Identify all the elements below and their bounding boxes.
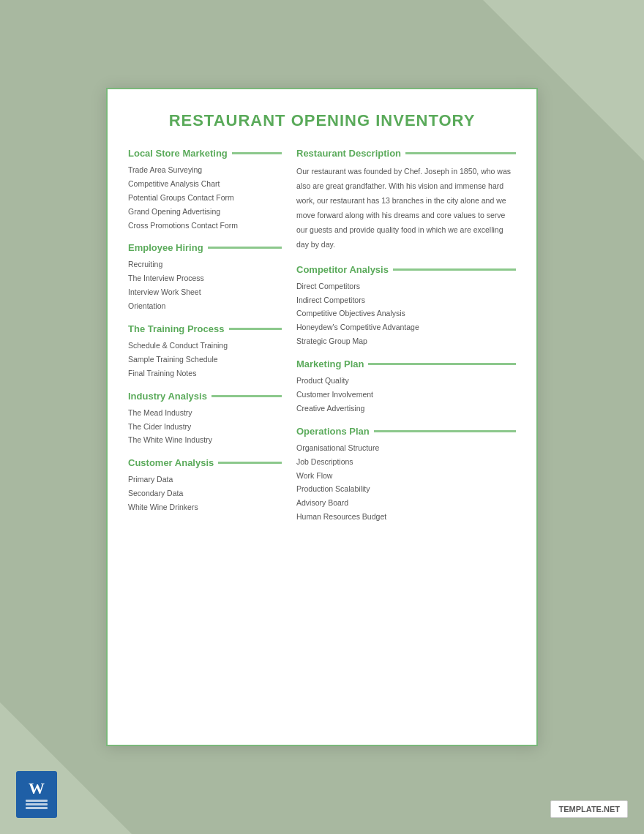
section-header-marketing-plan: Marketing Plan bbox=[296, 358, 516, 369]
section-line bbox=[211, 395, 282, 397]
list-item: Advisory Board bbox=[296, 496, 516, 510]
list-item: Job Descriptions bbox=[296, 455, 516, 469]
word-icon-line bbox=[26, 807, 48, 809]
section-line bbox=[232, 152, 282, 154]
section-header-industry-analysis: Industry Analysis bbox=[128, 391, 282, 402]
list-item: Work Flow bbox=[296, 469, 516, 483]
two-column-layout: Local Store Marketing Trade Area Surveyi… bbox=[128, 148, 516, 527]
list-item: Orientation bbox=[128, 299, 282, 313]
description-title: Restaurant Description bbox=[296, 148, 401, 159]
section-title-competitor-analysis: Competitor Analysis bbox=[296, 264, 389, 275]
list-item: Creative Advertising bbox=[296, 402, 516, 416]
description-header: Restaurant Description bbox=[296, 148, 516, 159]
section-header-customer-analysis: Customer Analysis bbox=[128, 457, 282, 468]
list-item: Potential Groups Contact Form bbox=[128, 191, 282, 205]
section-items-training-process: Schedule & Conduct Training Sample Train… bbox=[128, 339, 282, 380]
list-item: Strategic Group Map bbox=[296, 334, 516, 348]
list-item: The Mead Industry bbox=[128, 406, 282, 420]
section-title-industry-analysis: Industry Analysis bbox=[128, 391, 207, 402]
section-title-operations-plan: Operations Plan bbox=[296, 426, 370, 437]
page-title: RESTAURANT OPENING INVENTORY bbox=[128, 111, 516, 130]
list-item: The White Wine Industry bbox=[128, 433, 282, 447]
word-icon-letter: W bbox=[29, 781, 45, 797]
list-item: Primary Data bbox=[128, 473, 282, 487]
section-header-local-store-marketing: Local Store Marketing bbox=[128, 148, 282, 159]
list-item: Direct Competitors bbox=[296, 279, 516, 293]
list-item: Trade Area Surveying bbox=[128, 163, 282, 177]
description-text: Our restaurant was founded by Chef. Jose… bbox=[296, 165, 516, 252]
list-item: Human Resources Budget bbox=[296, 510, 516, 524]
left-column: Local Store Marketing Trade Area Surveyi… bbox=[128, 148, 282, 527]
list-item: Schedule & Conduct Training bbox=[128, 339, 282, 353]
list-item: Sample Training Schedule bbox=[128, 353, 282, 367]
word-icon-lines bbox=[26, 800, 48, 809]
list-item: Recruiting bbox=[128, 258, 282, 271]
section-title-employee-hiring: Employee Hiring bbox=[128, 242, 203, 253]
section-items-industry-analysis: The Mead Industry The Cider Industry The… bbox=[128, 406, 282, 448]
section-items-customer-analysis: Primary Data Secondary Data White Wine D… bbox=[128, 473, 282, 514]
description-section: Restaurant Description Our restaurant wa… bbox=[296, 148, 516, 252]
list-item: Honeydew's Competitive Advantage bbox=[296, 320, 516, 334]
section-items-local-store-marketing: Trade Area Surveying Competitive Analysi… bbox=[128, 163, 282, 232]
list-item: Production Scalability bbox=[296, 482, 516, 496]
word-icon-line bbox=[26, 800, 48, 802]
list-item: Organisational Structure bbox=[296, 441, 516, 455]
section-line bbox=[218, 462, 282, 464]
right-column: Restaurant Description Our restaurant wa… bbox=[296, 148, 516, 527]
description-line bbox=[405, 152, 516, 154]
document-page: RESTAURANT OPENING INVENTORY Local Store… bbox=[106, 88, 538, 746]
template-badge: TEMPLATE.NET bbox=[550, 800, 628, 818]
list-item: Competitive Objectives Analysis bbox=[296, 307, 516, 320]
list-item: White Wine Drinkers bbox=[128, 500, 282, 514]
section-line bbox=[374, 430, 516, 432]
list-item: Product Quality bbox=[296, 374, 516, 388]
section-title-training-process: The Training Process bbox=[128, 323, 225, 334]
section-line bbox=[208, 247, 282, 249]
section-items-employee-hiring: Recruiting The Interview Process Intervi… bbox=[128, 258, 282, 313]
list-item: Interview Work Sheet bbox=[128, 285, 282, 299]
section-header-operations-plan: Operations Plan bbox=[296, 426, 516, 437]
section-items-operations-plan: Organisational Structure Job Description… bbox=[296, 441, 516, 524]
word-icon-container: W bbox=[16, 771, 57, 818]
section-items-marketing-plan: Product Quality Customer Involvement Cre… bbox=[296, 374, 516, 416]
list-item: Competitive Analysis Chart bbox=[128, 177, 282, 191]
section-line bbox=[393, 268, 516, 271]
list-item: The Interview Process bbox=[128, 271, 282, 285]
list-item: Cross Promotions Contact Form bbox=[128, 219, 282, 233]
list-item: Grand Opening Advertising bbox=[128, 205, 282, 219]
section-title-local-store-marketing: Local Store Marketing bbox=[128, 148, 228, 159]
word-icon-line bbox=[26, 803, 48, 805]
section-header-competitor-analysis: Competitor Analysis bbox=[296, 264, 516, 275]
section-items-competitor-analysis: Direct Competitors Indirect Competitors … bbox=[296, 279, 516, 348]
section-title-customer-analysis: Customer Analysis bbox=[128, 457, 214, 468]
list-item: Customer Involvement bbox=[296, 388, 516, 402]
section-line bbox=[229, 328, 282, 330]
section-title-marketing-plan: Marketing Plan bbox=[296, 358, 364, 369]
section-header-training-process: The Training Process bbox=[128, 323, 282, 334]
list-item: The Cider Industry bbox=[128, 420, 282, 434]
section-header-employee-hiring: Employee Hiring bbox=[128, 242, 282, 253]
section-line bbox=[368, 363, 516, 365]
list-item: Secondary Data bbox=[128, 487, 282, 500]
list-item: Final Training Notes bbox=[128, 367, 282, 380]
word-icon: W bbox=[16, 771, 57, 818]
list-item: Indirect Competitors bbox=[296, 293, 516, 307]
